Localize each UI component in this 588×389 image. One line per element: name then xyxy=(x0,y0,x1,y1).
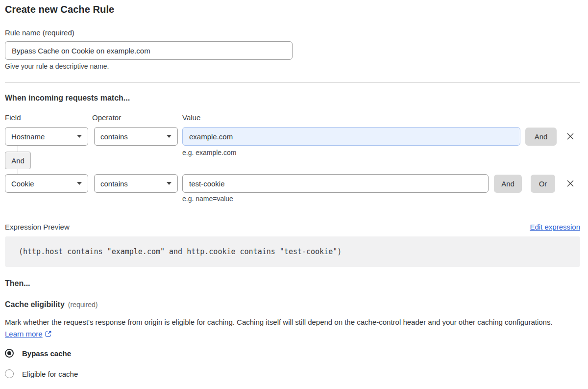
field-select-row2-value: Cookie xyxy=(11,180,34,188)
chevron-down-icon xyxy=(77,135,82,138)
external-link-icon xyxy=(45,330,52,337)
field-select-row2[interactable]: Cookie xyxy=(5,174,88,193)
operator-select-row1[interactable]: contains xyxy=(94,127,178,146)
rule-name-input[interactable] xyxy=(5,41,293,60)
operator-select-row2-value: contains xyxy=(100,180,128,188)
and-button-row1[interactable]: And xyxy=(525,128,557,146)
then-heading: Then... xyxy=(5,279,30,288)
value-input-row1[interactable] xyxy=(182,127,520,146)
page-title: Create new Cache Rule xyxy=(5,4,114,15)
radio-label: Bypass cache xyxy=(22,349,71,358)
remove-row1-button[interactable] xyxy=(564,131,576,143)
value-column-label: Value xyxy=(182,113,200,122)
radio-selected-icon[interactable] xyxy=(5,349,14,358)
operator-column-label: Operator xyxy=(92,113,121,122)
operator-select-row2[interactable]: contains xyxy=(94,174,178,193)
operator-select-row1-value: contains xyxy=(100,132,128,141)
value-input-row2[interactable] xyxy=(182,174,489,193)
and-button-row2[interactable]: And xyxy=(494,175,522,193)
close-icon xyxy=(565,178,576,189)
edit-expression-link[interactable]: Edit expression xyxy=(530,223,580,231)
eligibility-description-text: Mark whether the request's response from… xyxy=(5,318,553,326)
field-column-label: Field xyxy=(5,113,21,122)
radio-option-eligible-for-cache[interactable]: Eligible for cache xyxy=(5,369,78,378)
field-select-row1-value: Hostname xyxy=(11,132,45,141)
cache-eligibility-heading: Cache eligibility(required) xyxy=(5,300,98,309)
radio-unselected-icon[interactable] xyxy=(5,369,14,378)
remove-row2-button[interactable] xyxy=(564,178,576,190)
required-note: (required) xyxy=(68,301,98,309)
learn-more-link[interactable]: Learn more xyxy=(5,330,43,338)
chevron-down-icon xyxy=(167,135,172,138)
close-icon xyxy=(565,131,576,142)
chevron-down-icon xyxy=(77,182,82,185)
section-divider xyxy=(5,82,580,83)
connector-and-chip[interactable]: And xyxy=(5,152,31,169)
radio-option-bypass-cache[interactable]: Bypass cache xyxy=(5,349,71,358)
rule-name-label: Rule name (required) xyxy=(5,28,74,37)
or-button-row2[interactable]: Or xyxy=(531,175,555,193)
eligibility-description: Mark whether the request's response from… xyxy=(5,316,568,340)
value-hint-row1: e.g. example.com xyxy=(182,149,237,156)
field-select-row1[interactable]: Hostname xyxy=(5,127,88,146)
create-cache-rule-page: Create new Cache Rule Rule name (require… xyxy=(0,0,588,389)
expression-code-block: (http.host contains "example.com" and ht… xyxy=(5,236,580,267)
value-hint-row2: e.g. name=value xyxy=(182,195,233,203)
expression-preview-label: Expression Preview xyxy=(5,223,70,231)
rule-name-helper: Give your rule a descriptive name. xyxy=(5,62,109,70)
radio-label: Eligible for cache xyxy=(22,370,78,378)
chevron-down-icon xyxy=(167,182,172,185)
match-section-heading: When incoming requests match... xyxy=(5,94,130,103)
expression-code: (http.host contains "example.com" and ht… xyxy=(19,247,342,256)
cache-eligibility-title: Cache eligibility xyxy=(5,300,65,309)
